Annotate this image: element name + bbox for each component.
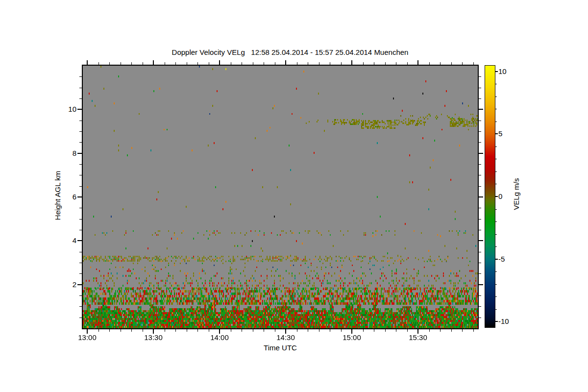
axis-tick [77, 240, 82, 241]
axis-tick [495, 246, 497, 247]
colorbar-tick-label: 5 [498, 129, 502, 138]
x-axis-label: Time UTC [264, 343, 297, 352]
axis-tick [330, 329, 330, 332]
axis-tick [187, 329, 187, 332]
axis-tick [374, 62, 374, 65]
axis-tick [440, 329, 441, 332]
colorbar-tick-label: 10 [498, 67, 507, 75]
axis-tick [479, 175, 481, 175]
x-tick-label: 15:30 [409, 333, 427, 342]
axis-tick [479, 273, 481, 274]
axis-tick [197, 62, 198, 65]
axis-tick [495, 133, 498, 134]
y-tick-label: 2 [55, 280, 76, 289]
axis-tick [451, 62, 452, 65]
axis-tick [479, 252, 481, 252]
axis-tick [396, 62, 396, 65]
axis-tick [385, 329, 386, 332]
axis-tick [479, 88, 481, 88]
axis-tick [297, 329, 297, 332]
axis-tick [479, 121, 481, 121]
axis-tick [79, 263, 82, 263]
axis-tick [79, 88, 82, 88]
axis-tick [79, 131, 82, 132]
axis-tick [495, 271, 497, 272]
axis-tick [79, 175, 82, 175]
axis-tick [77, 153, 82, 154]
axis-tick [462, 329, 463, 332]
axis-tick [253, 329, 253, 332]
axis-tick [495, 122, 497, 122]
x-tick-label: 14:30 [276, 333, 295, 342]
axis-tick [165, 62, 165, 65]
axis-tick [242, 62, 242, 65]
y-tick-label: 8 [55, 149, 76, 157]
axis-tick [187, 62, 187, 65]
axis-tick [109, 329, 110, 332]
y-tick-label: 10 [55, 105, 76, 113]
axis-tick [479, 219, 481, 220]
axis-tick [495, 296, 497, 297]
axis-tick [109, 62, 110, 65]
axis-tick [98, 329, 99, 332]
axis-tick [479, 208, 481, 208]
axis-tick [374, 329, 374, 332]
axis-tick [153, 60, 154, 65]
axis-tick [77, 109, 82, 110]
axis-tick [495, 109, 497, 109]
axis-tick [209, 329, 209, 332]
axis-tick [79, 98, 82, 99]
axis-tick [479, 142, 481, 143]
axis-tick [143, 62, 143, 65]
axis-tick [131, 62, 132, 65]
axis-tick [79, 230, 82, 230]
axis-tick [275, 62, 275, 65]
axis-tick [495, 159, 497, 159]
axis-tick [385, 62, 386, 65]
axis-tick [479, 186, 481, 187]
colorbar-tick-label: -10 [498, 317, 509, 325]
axis-tick [479, 153, 483, 154]
axis-tick [396, 329, 396, 332]
axis-tick [175, 62, 176, 65]
axis-tick [79, 76, 82, 77]
axis-tick [479, 284, 483, 285]
axis-tick [495, 97, 497, 97]
x-tick-label: 15:00 [343, 333, 361, 342]
axis-tick [495, 259, 498, 260]
axis-tick [495, 321, 498, 322]
axis-tick [79, 295, 82, 296]
axis-tick [473, 62, 474, 65]
axis-tick [79, 219, 82, 220]
axis-tick [197, 329, 198, 332]
axis-tick [479, 306, 481, 307]
axis-tick [77, 196, 82, 197]
axis-tick [495, 234, 497, 235]
axis-tick [407, 62, 408, 65]
axis-tick [440, 62, 441, 65]
axis-tick [330, 62, 330, 65]
axis-tick [79, 186, 82, 187]
axis-tick [479, 131, 481, 132]
axis-tick [242, 329, 242, 332]
axis-tick [264, 62, 264, 65]
axis-tick [253, 62, 253, 65]
axis-tick [495, 309, 497, 310]
axis-tick [79, 208, 82, 208]
axis-tick [79, 164, 82, 165]
axis-tick [479, 164, 481, 165]
axis-tick [275, 329, 275, 332]
axis-tick [79, 121, 82, 121]
axis-tick [495, 284, 497, 285]
axis-tick [479, 76, 481, 77]
axis-tick [143, 329, 143, 332]
axis-tick [79, 142, 82, 143]
axis-tick [479, 295, 481, 296]
axis-tick [77, 284, 82, 285]
colorbar [485, 65, 495, 328]
axis-tick [495, 147, 497, 147]
axis-tick [341, 62, 342, 65]
y-tick-label: 4 [55, 236, 76, 245]
axis-tick [363, 62, 364, 65]
axis-tick [165, 329, 165, 332]
